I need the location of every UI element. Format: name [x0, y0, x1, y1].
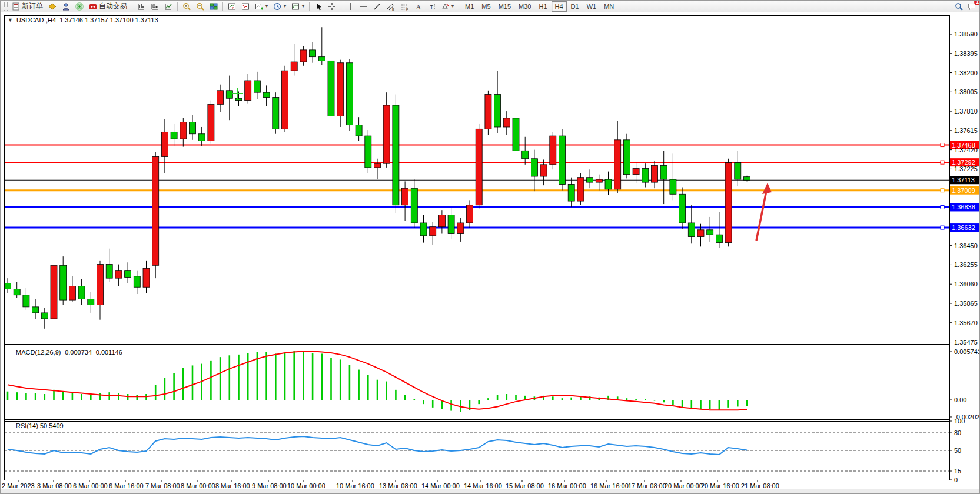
candle	[540, 165, 547, 176]
textA-icon: A	[414, 2, 422, 11]
candlestick-chart-button[interactable]	[148, 1, 161, 12]
candle	[78, 286, 85, 299]
candle	[171, 132, 177, 139]
clock-icon	[273, 2, 281, 11]
candle	[365, 136, 371, 168]
chevron-down-icon[interactable]: ▼	[8, 17, 13, 23]
candle	[273, 98, 279, 129]
candle	[245, 81, 251, 101]
candle	[5, 283, 11, 289]
toolbar-separator	[132, 2, 132, 11]
svg-text:1.37810: 1.37810	[954, 108, 978, 115]
svg-text:14 Mar 00:00: 14 Mar 00:00	[421, 482, 460, 489]
line-chart-button[interactable]	[162, 1, 175, 12]
candle	[744, 177, 750, 181]
label-button[interactable]: T	[425, 1, 438, 12]
template-button[interactable]: ▾	[289, 1, 307, 12]
channel-button[interactable]: E	[384, 1, 397, 12]
trendline-button[interactable]	[371, 1, 384, 12]
timeframe-button-h4[interactable]: H4	[552, 1, 567, 12]
svg-text:A: A	[416, 2, 421, 11]
svg-text:1.36060: 1.36060	[954, 281, 978, 288]
timeframe-button-m5[interactable]: M5	[478, 1, 494, 12]
candle	[51, 265, 57, 319]
chevron-down-icon[interactable]: ▾	[302, 4, 304, 9]
svg-text:1.37113: 1.37113	[952, 176, 975, 183]
trend-icon	[373, 2, 381, 11]
search-button[interactable]	[952, 1, 965, 12]
svg-text:10 Mar 00:00: 10 Mar 00:00	[287, 482, 325, 489]
chart-title: ▼ USDCAD-,H4 1.37146 1.37157 1.37100 1.3…	[8, 16, 158, 24]
main-toolbar: 新订单自动交易▾▾▾EFAT▾M1M5M15M30H1H4D1W1MN1	[1, 1, 980, 12]
timeframe-button-d1[interactable]: D1	[567, 1, 583, 12]
chart-window[interactable]: 1.374681.372921.371131.370091.368381.366…	[1, 12, 980, 489]
svg-text:E: E	[392, 7, 394, 11]
crosshair-button[interactable]	[325, 1, 338, 12]
zoom-out-button[interactable]	[194, 1, 207, 12]
text-button[interactable]: A	[411, 1, 424, 12]
search-icon	[955, 2, 963, 11]
candle	[69, 286, 75, 301]
chevron-down-icon[interactable]: ▾	[265, 4, 268, 9]
shapes-icon	[441, 2, 449, 11]
svg-text:50: 50	[954, 447, 961, 454]
tile-windows-button[interactable]	[207, 1, 220, 12]
ohlc-values: 1.37146 1.37157 1.37100 1.37113	[59, 16, 158, 24]
svg-text:8 Mar 16:00: 8 Mar 16:00	[215, 482, 250, 489]
time-axis[interactable]: 2 Mar 20233 Mar 08:006 Mar 00:006 Mar 16…	[2, 480, 779, 489]
zoom-in-button[interactable]	[180, 1, 193, 12]
timeframe-button-m15[interactable]: M15	[495, 1, 514, 12]
indicator-window2-button[interactable]	[239, 1, 252, 12]
timeframe-button-m30[interactable]: M30	[515, 1, 534, 12]
candle	[190, 122, 196, 134]
timeframe-button-mn[interactable]: MN	[600, 1, 617, 12]
candle	[467, 205, 473, 223]
timeframe-button-w1[interactable]: W1	[583, 1, 600, 12]
chart-canvas[interactable]: 1.374681.372921.371131.370091.368381.366…	[1, 12, 980, 489]
price-level-badge: 1.36632	[950, 223, 980, 232]
candle	[716, 235, 722, 242]
linechart-icon	[164, 2, 172, 11]
toolbar-right-group: 1	[952, 1, 978, 12]
signal-icon-button[interactable]	[73, 1, 86, 12]
period-button[interactable]: ▾	[271, 1, 288, 12]
candle	[337, 63, 344, 116]
horizontal-line-button[interactable]	[357, 1, 370, 12]
profile-icon-button[interactable]	[59, 1, 72, 12]
candle	[660, 166, 667, 180]
candle	[476, 129, 482, 205]
bar-chart-button[interactable]	[135, 1, 148, 12]
chevron-down-icon[interactable]: ▾	[284, 4, 286, 9]
svg-text:1.38590: 1.38590	[954, 31, 978, 38]
chevron-down-icon[interactable]: ▾	[451, 4, 454, 9]
indicator-window-button[interactable]	[225, 1, 238, 12]
candle	[318, 57, 325, 61]
vertical-line-button[interactable]	[344, 1, 357, 12]
candle	[522, 151, 529, 158]
candle	[513, 118, 519, 151]
toolbar-grip[interactable]	[4, 2, 8, 11]
candle	[161, 132, 168, 156]
svg-text:16 Mar 16:00: 16 Mar 16:00	[590, 482, 629, 489]
notifications-button[interactable]: 1	[965, 1, 978, 12]
candle	[235, 98, 242, 100]
timeframe-button-m1[interactable]: M1	[461, 1, 477, 12]
candle	[707, 230, 713, 235]
timeframe-button-h1[interactable]: H1	[535, 1, 550, 12]
new-order-button[interactable]: 新订单	[9, 1, 45, 12]
add-indicator-button[interactable]: ▾	[253, 1, 270, 12]
candle	[652, 166, 658, 183]
fibonacci-button[interactable]: F	[398, 1, 411, 12]
cursor-button[interactable]	[312, 1, 325, 12]
candle	[383, 105, 390, 163]
svg-text:1.37420: 1.37420	[954, 146, 978, 153]
grid-icon	[210, 2, 218, 11]
autotrade-button[interactable]: 自动交易	[87, 1, 129, 12]
toolbar-separator	[309, 2, 310, 11]
gold-icon-button[interactable]	[46, 1, 59, 12]
candle	[152, 156, 159, 265]
shapes-button[interactable]: ▾	[438, 1, 456, 12]
candle	[503, 118, 510, 127]
candle	[633, 169, 639, 175]
candle	[134, 276, 140, 287]
